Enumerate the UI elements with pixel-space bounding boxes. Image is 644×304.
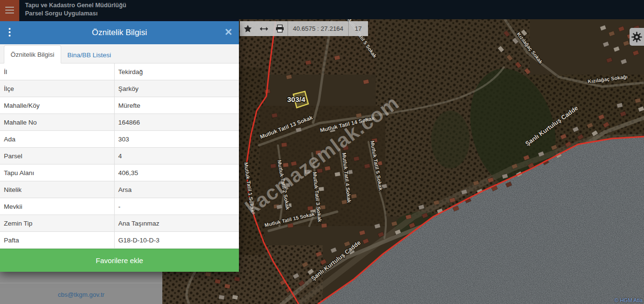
- gear-icon: [631, 31, 643, 43]
- tab-bina-bb-listesi[interactable]: Bina/BB Listesi: [61, 46, 118, 63]
- row-label: Ada: [0, 131, 114, 148]
- attribute-table: İlTekirdağİlçeŞarköyMahalle/KöyMürefteMa…: [0, 63, 239, 249]
- row-value: Şarköy: [114, 80, 239, 97]
- contact-email-link[interactable]: cbs@tkgm.gov.tr: [0, 291, 162, 298]
- app-header: Tapu ve Kadastro Genel Müdürlüğü Parsel …: [0, 0, 644, 19]
- row-label: Parsel: [0, 148, 114, 165]
- table-row: Ada303: [0, 131, 239, 148]
- add-to-favorites-button[interactable]: Favorilere ekle: [0, 249, 239, 272]
- row-value: 164866: [114, 114, 239, 131]
- tabs-bar: Öznitelik Bilgisi Bina/BB Listesi: [0, 44, 239, 63]
- sidebar-divider: [0, 283, 162, 283]
- print-icon[interactable]: [272, 21, 288, 36]
- row-label: İl: [0, 63, 114, 80]
- row-value: 4: [114, 148, 239, 165]
- parcel-number-label: 303/4: [287, 95, 305, 103]
- map-toolbar: 40.6575 : 27.2164 17: [240, 21, 368, 36]
- row-value: -: [114, 198, 239, 215]
- tab-oznitelik-bilgisi[interactable]: Öznitelik Bilgisi: [4, 45, 61, 63]
- app-title-line2: Parsel Sorgu Uygulaması: [25, 10, 126, 18]
- row-label: Mahalle/Köy: [0, 97, 114, 114]
- row-value: 406,35: [114, 165, 239, 181]
- row-label: Nitelik: [0, 181, 114, 198]
- row-label: İlçe: [0, 80, 114, 97]
- row-label: Tapu Alanı: [0, 165, 114, 181]
- coordinates-readout: 40.6575 : 27.2164: [288, 21, 348, 36]
- table-row: Mevkii-: [0, 198, 239, 215]
- app-title: Tapu ve Kadastro Genel Müdürlüğü Parsel …: [25, 1, 126, 18]
- row-value: Tekirdağ: [114, 63, 239, 80]
- row-label: Zemin Tip: [0, 215, 114, 232]
- table-row: NitelikArsa: [0, 181, 239, 198]
- table-row: Parsel4: [0, 148, 239, 165]
- menu-button[interactable]: [0, 0, 19, 21]
- zoom-level-readout: 17: [349, 21, 368, 36]
- table-row: Mahalle/KöyMürefte: [0, 97, 239, 114]
- row-value: Ana Taşınmaz: [114, 215, 239, 232]
- row-value: G18-D-10-D-3: [114, 232, 239, 249]
- row-label: Mahalle No: [0, 114, 114, 131]
- row-value: Mürefte: [114, 97, 239, 114]
- table-row: İlTekirdağ: [0, 63, 239, 80]
- panel-title: Öznitelik Bilgisi: [92, 28, 147, 38]
- table-row: Mahalle No164866: [0, 114, 239, 131]
- favorite-star-icon[interactable]: [240, 21, 256, 36]
- kebab-menu-icon[interactable]: [9, 28, 11, 38]
- table-row: Zemin TipAna Taşınmaz: [0, 215, 239, 232]
- app-title-line1: Tapu ve Kadastro Genel Müdürlüğü: [25, 1, 126, 10]
- hamburger-icon: [5, 7, 14, 15]
- table-row: İlçeŞarköy: [0, 80, 239, 97]
- row-label: Mevkii: [0, 198, 114, 215]
- row-value: 303: [114, 131, 239, 148]
- close-icon[interactable]: ×: [225, 25, 232, 38]
- table-row: PaftaG18-D-10-D-3: [0, 232, 239, 249]
- settings-button[interactable]: [630, 28, 644, 46]
- table-row: Tapu Alanı406,35: [0, 165, 239, 181]
- measure-arrow-icon[interactable]: [256, 21, 272, 36]
- attribute-info-panel: Öznitelik Bilgisi × Öznitelik Bilgisi Bi…: [0, 21, 239, 272]
- dimmed-sidebar: cbs@tkgm.gov.tr: [0, 269, 162, 304]
- row-label: Pafta: [0, 232, 114, 249]
- panel-header: Öznitelik Bilgisi ×: [0, 21, 239, 44]
- row-value: Arsa: [114, 181, 239, 198]
- map-attribution: © HGM Atla: [615, 297, 643, 303]
